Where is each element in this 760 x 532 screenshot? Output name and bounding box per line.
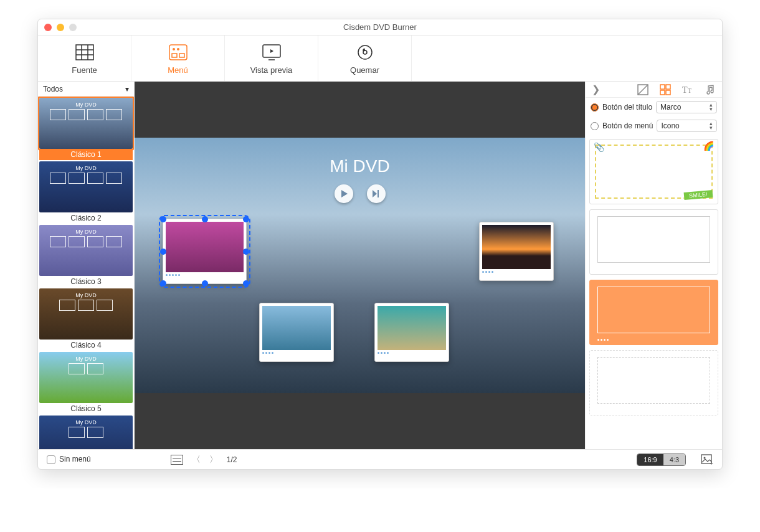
play-controls	[335, 184, 386, 203]
panel-toolbar: ❯ TT	[586, 82, 722, 98]
frame-style-item[interactable]: SMILE! 📎 🌈	[589, 139, 718, 204]
svg-line-19	[638, 85, 648, 95]
filter-label: Todos	[43, 85, 63, 93]
svg-marker-16	[373, 190, 377, 197]
template-item[interactable]: My DVD	[39, 416, 133, 449]
window-title: Cisdem DVD Burner	[343, 22, 417, 32]
resize-handle[interactable]	[160, 280, 166, 287]
video-frame[interactable]	[259, 303, 334, 362]
no-menu-checkbox[interactable]: Sin menú	[47, 455, 91, 464]
collapse-panel-icon[interactable]: ❯	[592, 83, 600, 95]
svg-rect-9	[179, 54, 184, 57]
titlebar: Cisdem DVD Burner	[38, 19, 722, 36]
resize-handle[interactable]	[202, 280, 208, 287]
next-button[interactable]	[367, 184, 386, 203]
title-button-select[interactable]: Marco ▴▾	[656, 101, 717, 113]
svg-marker-11	[270, 49, 273, 53]
menu-button-label: Botón de menú	[602, 121, 653, 130]
frame-style-item[interactable]	[589, 280, 718, 345]
next-page-button[interactable]: 〉	[209, 454, 218, 465]
music-icon[interactable]	[705, 84, 716, 95]
svg-point-13	[358, 45, 372, 59]
svg-text:T: T	[682, 85, 688, 95]
tab-menu[interactable]: Menú	[131, 36, 225, 81]
resize-handle[interactable]	[243, 216, 249, 222]
film-icon[interactable]	[171, 455, 183, 465]
template-item[interactable]: My DVD Clásico 4	[39, 288, 133, 351]
menu-button-radio[interactable]	[591, 122, 599, 130]
page-indicator: 1/2	[227, 455, 237, 464]
svg-rect-23	[666, 90, 670, 95]
menu-canvas[interactable]: Mi DVD	[135, 138, 585, 393]
template-item[interactable]: My DVD Clásico 1	[39, 98, 133, 160]
frame-style-list[interactable]: SMILE! 📎 🌈	[586, 135, 722, 449]
minimize-icon[interactable]	[57, 24, 64, 31]
resize-handle[interactable]	[243, 249, 249, 255]
tab-burn[interactable]: Quemar	[318, 36, 412, 81]
zoom-icon[interactable]	[69, 24, 77, 31]
play-button[interactable]	[335, 184, 353, 203]
menu-button-row: Botón de menú Icono ▴▾	[586, 116, 722, 135]
resize-handle[interactable]	[243, 280, 249, 287]
svg-point-6	[173, 48, 175, 50]
svg-marker-15	[341, 190, 348, 197]
template-sidebar: Todos ▾ My DVD Clásico 1 My DVD Clásico …	[38, 82, 135, 449]
title-button-label: Botón del título	[602, 103, 652, 112]
video-frame[interactable]	[163, 219, 247, 284]
title-button-row: Botón del título Marco ▴▾	[586, 98, 722, 116]
template-item[interactable]: My DVD Clásico 5	[39, 352, 133, 414]
template-name: Clásico 4	[39, 340, 133, 351]
dvd-title[interactable]: Mi DVD	[330, 156, 389, 176]
template-item[interactable]: My DVD Clásico 2	[39, 161, 133, 224]
video-frame[interactable]	[374, 303, 449, 362]
tab-label: Quemar	[318, 65, 411, 75]
svg-rect-8	[172, 54, 177, 57]
add-image-icon[interactable]: +	[701, 454, 713, 465]
svg-point-7	[177, 48, 179, 50]
properties-panel: ❯ TT Botón del título Marco ▴▾ Botón de …	[585, 82, 722, 449]
prev-page-button[interactable]: 〈	[192, 454, 201, 465]
select-arrows-icon: ▴▾	[710, 103, 713, 112]
svg-rect-21	[666, 85, 670, 89]
window-controls	[44, 24, 77, 31]
svg-rect-17	[378, 190, 379, 197]
svg-rect-20	[660, 85, 665, 89]
tab-label: Fuente	[38, 65, 131, 75]
svg-text:T: T	[688, 87, 691, 94]
menu-button-select[interactable]: Icono ▴▾	[657, 120, 717, 132]
tab-label: Vista previa	[225, 65, 318, 75]
ratio-16-9[interactable]: 16:9	[637, 454, 663, 465]
footer: Sin menú 〈〉 1/2 16:9 4:3 +	[38, 449, 722, 469]
video-frame[interactable]	[479, 222, 554, 281]
tab-label: Menú	[131, 65, 224, 75]
main-tabs: Fuente Menú Vista previa Quemar	[38, 36, 722, 82]
template-list[interactable]: My DVD Clásico 1 My DVD Clásico 2 My DVD…	[38, 97, 134, 449]
svg-text:+: +	[710, 460, 713, 465]
frame-style-item[interactable]	[589, 350, 718, 416]
text-icon[interactable]: TT	[682, 84, 693, 95]
app-window: Cisdem DVD Burner Fuente Menú Vista prev…	[37, 19, 723, 470]
svg-rect-0	[76, 45, 93, 60]
close-icon[interactable]	[44, 24, 52, 31]
ratio-4-3[interactable]: 4:3	[663, 454, 685, 465]
aspect-ratio-toggle: 16:9 4:3	[637, 454, 686, 466]
resize-handle[interactable]	[160, 216, 166, 222]
main-body: Todos ▾ My DVD Clásico 1 My DVD Clásico …	[38, 82, 722, 449]
template-name: Clásico 1	[39, 149, 133, 160]
resize-handle[interactable]	[160, 249, 166, 255]
template-filter-dropdown[interactable]: Todos ▾	[38, 82, 134, 97]
title-button-radio[interactable]	[591, 103, 599, 112]
template-name: Clásico 5	[39, 403, 133, 414]
chevron-down-icon: ▾	[125, 85, 129, 93]
template-item[interactable]: My DVD Clásico 3	[39, 225, 133, 287]
tab-source[interactable]: Fuente	[38, 36, 131, 81]
template-name: Clásico 2	[39, 212, 133, 224]
no-frame-icon[interactable]	[637, 84, 648, 95]
canvas-area: Mi DVD	[135, 82, 585, 449]
template-name: Clásico 3	[39, 276, 133, 287]
tab-preview[interactable]: Vista previa	[225, 36, 318, 81]
svg-rect-22	[660, 90, 665, 95]
frame-style-item[interactable]	[589, 209, 718, 275]
resize-handle[interactable]	[202, 216, 208, 222]
frame-grid-icon[interactable]	[660, 84, 671, 95]
